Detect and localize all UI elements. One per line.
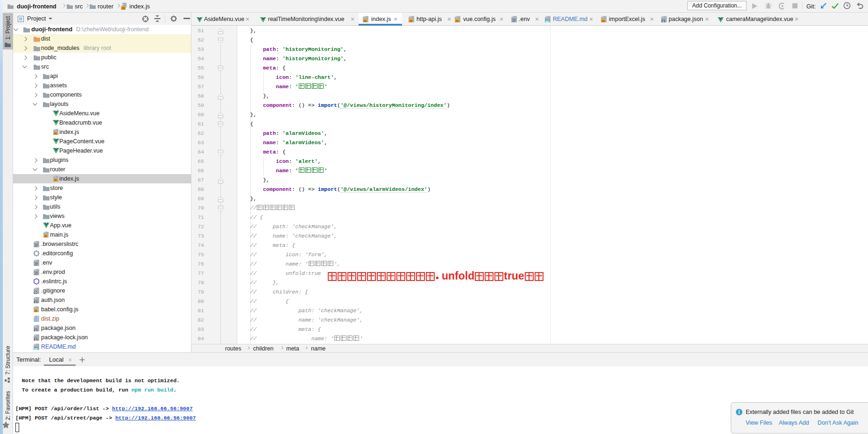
svg-text:JS: JS [121, 7, 126, 10]
